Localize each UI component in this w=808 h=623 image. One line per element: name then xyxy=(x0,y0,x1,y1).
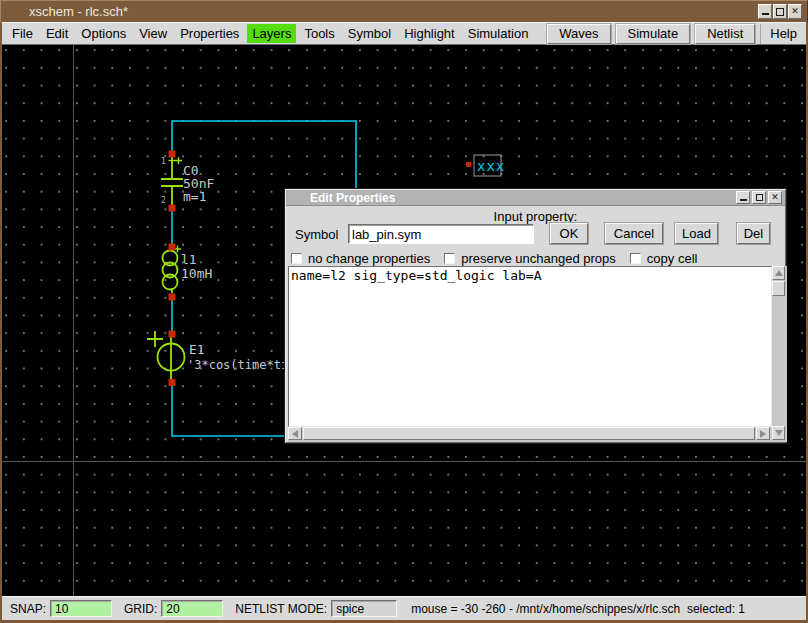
dialog-title: Edit Properties xyxy=(310,191,395,205)
inductor-value-label[interactable]: 10mH xyxy=(181,266,212,281)
scroll-down-button[interactable] xyxy=(772,426,785,440)
pin[interactable] xyxy=(169,151,176,158)
menu-action-buttons: Waves Simulate Netlist Help xyxy=(547,23,806,44)
minimize-icon xyxy=(740,199,747,201)
checkbox-icon xyxy=(444,253,455,264)
checkbox-row: no change properties preserve unchanged … xyxy=(291,251,711,266)
mouse-status-text: mouse = -30 -260 - /mnt/x/home/schippes/… xyxy=(411,602,745,616)
checkbox-label: no change properties xyxy=(308,251,430,266)
minimize-button[interactable] xyxy=(758,4,772,19)
pin[interactable] xyxy=(169,294,176,301)
pin-number: 2 xyxy=(161,196,166,205)
netlist-mode-label: NETLIST MODE: xyxy=(235,602,327,616)
ok-button[interactable]: OK xyxy=(550,223,588,244)
pin-number-labels: 1 2 xyxy=(161,157,166,205)
maximize-icon xyxy=(756,194,763,201)
edit-properties-dialog: Edit Properties ✕ Input property: Symbol… xyxy=(285,189,786,443)
simulate-button[interactable]: Simulate xyxy=(616,24,691,44)
dialog-titlebar[interactable]: Edit Properties ✕ xyxy=(286,190,785,206)
input-property-label: Input property: xyxy=(286,209,785,224)
horizontal-scrollbar[interactable] xyxy=(288,427,772,442)
window-controls: ✕ xyxy=(758,4,802,19)
maximize-button[interactable] xyxy=(773,4,787,19)
close-icon: ✕ xyxy=(771,193,779,202)
symbol-input[interactable] xyxy=(348,224,534,244)
menu-highlight[interactable]: Highlight xyxy=(404,26,455,41)
pin[interactable] xyxy=(466,162,471,167)
menu-symbol[interactable]: Symbol xyxy=(348,26,391,41)
schematic-canvas[interactable]: C0 50nF m=1 l1 10mH E1 '3*cos(time*time*… xyxy=(2,45,806,596)
netlist-button[interactable]: Netlist xyxy=(695,24,755,44)
statusbar: SNAP: 10 GRID: 20 NETLIST MODE: spice mo… xyxy=(2,596,806,620)
close-button[interactable]: ✕ xyxy=(788,4,802,19)
dialog-minimize-button[interactable] xyxy=(736,191,750,204)
voltage-source-symbol[interactable] xyxy=(147,331,185,379)
menu-file[interactable]: File xyxy=(12,26,33,41)
source-ref-label[interactable]: E1 xyxy=(189,342,205,357)
del-button[interactable]: Del xyxy=(737,223,770,244)
arrow-left-icon xyxy=(292,430,298,438)
symbol-label: Symbol xyxy=(295,227,338,242)
arrow-down-icon xyxy=(775,430,783,436)
pin[interactable] xyxy=(169,244,176,251)
minimize-icon xyxy=(762,13,769,15)
arrow-right-icon xyxy=(760,430,766,438)
scroll-right-button[interactable] xyxy=(756,427,770,440)
horizontal-scrollbar-thumb[interactable] xyxy=(303,427,755,440)
grid-input[interactable]: 20 xyxy=(161,600,223,617)
property-textarea[interactable]: name=l2 sig_type=std_logic lab=A xyxy=(288,266,772,427)
menu-options[interactable]: Options xyxy=(81,26,126,41)
wire[interactable] xyxy=(172,386,284,436)
menu-view[interactable]: View xyxy=(139,26,167,41)
checkbox-icon xyxy=(630,253,641,264)
window-title: xschem - rlc.sch* xyxy=(29,4,128,19)
maximize-icon xyxy=(776,8,784,16)
checkbox-no-change-properties[interactable]: no change properties xyxy=(291,251,430,266)
cancel-button[interactable]: Cancel xyxy=(605,223,663,244)
pin-number: 1 xyxy=(161,157,166,166)
checkbox-copy-cell[interactable]: copy cell xyxy=(630,251,698,266)
load-button[interactable]: Load xyxy=(675,223,718,244)
netlist-mode-input[interactable]: spice xyxy=(331,600,397,617)
vertical-scrollbar-thumb[interactable] xyxy=(772,281,785,296)
net-label-text[interactable]: xxx xyxy=(477,158,505,174)
checkbox-label: copy cell xyxy=(647,251,698,266)
waves-button[interactable]: Waves xyxy=(547,24,610,44)
dialog-close-button[interactable]: ✕ xyxy=(768,191,782,204)
menubar: File Edit Options View Properties Layers… xyxy=(2,22,806,45)
net-label-group[interactable]: xxx xyxy=(474,155,505,176)
pin[interactable] xyxy=(169,379,176,386)
menu-tools[interactable]: Tools xyxy=(304,26,334,41)
dialog-window-controls: ✕ xyxy=(736,191,782,204)
arrow-up-icon xyxy=(775,270,783,276)
menu-layers[interactable]: Layers xyxy=(247,24,296,43)
snap-label: SNAP: xyxy=(10,602,46,616)
vertical-scrollbar[interactable] xyxy=(772,266,787,442)
dialog-maximize-button[interactable] xyxy=(752,191,766,204)
menu-edit[interactable]: Edit xyxy=(46,26,68,41)
menu-help[interactable]: Help xyxy=(760,24,806,44)
menu-properties[interactable]: Properties xyxy=(180,26,239,41)
pin[interactable] xyxy=(169,331,176,338)
checkbox-label: preserve unchanged props xyxy=(461,251,616,266)
capacitor-attr-label[interactable]: m=1 xyxy=(183,189,206,204)
pin[interactable] xyxy=(169,205,176,212)
checkbox-icon xyxy=(291,253,302,264)
scroll-left-button[interactable] xyxy=(288,427,302,440)
menu-simulation[interactable]: Simulation xyxy=(468,26,529,41)
inductor-ref-label[interactable]: l1 xyxy=(181,252,197,267)
snap-input[interactable]: 10 xyxy=(50,600,112,617)
grid-label: GRID: xyxy=(124,602,157,616)
scroll-up-button[interactable] xyxy=(772,266,785,280)
xschem-window: xschem - rlc.sch* ✕ File Edit Options Vi… xyxy=(0,0,808,623)
inductor-symbol[interactable] xyxy=(163,246,182,294)
window-titlebar[interactable]: xschem - rlc.sch* ✕ xyxy=(0,0,808,22)
checkbox-preserve-unchanged-props[interactable]: preserve unchanged props xyxy=(444,251,616,266)
close-icon: ✕ xyxy=(791,7,799,16)
components xyxy=(147,157,185,379)
